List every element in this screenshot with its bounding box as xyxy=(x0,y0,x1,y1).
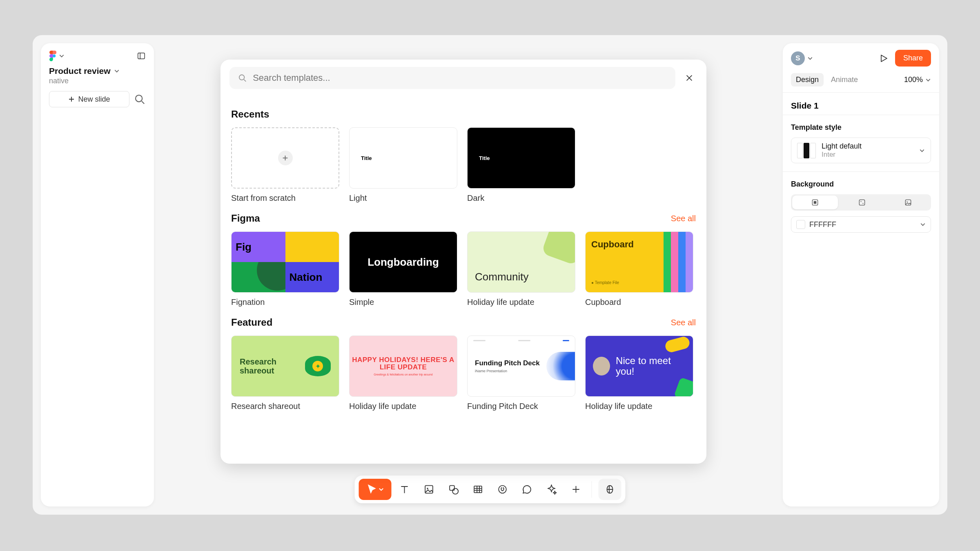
document-title-dropdown[interactable]: Product review xyxy=(41,64,154,76)
figma-logo-icon xyxy=(49,51,56,61)
search-input[interactable] xyxy=(253,73,667,83)
bg-image-option[interactable] xyxy=(885,194,931,211)
see-all-figma[interactable]: See all xyxy=(671,214,696,223)
template-light[interactable]: Title Light xyxy=(349,127,457,203)
svg-line-25 xyxy=(244,80,246,82)
see-all-featured[interactable]: See all xyxy=(671,318,696,327)
chevron-down-icon xyxy=(379,487,384,492)
template-thumbs xyxy=(797,143,816,158)
template-research-shareout[interactable]: Research shareout Research shareout xyxy=(231,335,339,411)
template-label: Holiday life update xyxy=(585,402,693,411)
chevron-down-icon xyxy=(920,222,926,227)
table-icon xyxy=(472,484,484,495)
tool-select[interactable] xyxy=(359,479,392,500)
tool-shape[interactable] xyxy=(442,479,465,500)
present-icon[interactable] xyxy=(879,53,889,63)
template-funding-pitch[interactable]: Funding Pitch DeckiName Presentation Fun… xyxy=(467,335,575,411)
bottom-toolbar xyxy=(355,475,626,503)
svg-point-23 xyxy=(503,488,503,488)
template-picker-modal: Recents + Start from scratch Title Light… xyxy=(220,60,706,464)
template-holiday-life[interactable]: Community Holiday life update xyxy=(467,231,575,307)
chevron-down-icon xyxy=(925,77,931,83)
svg-point-11 xyxy=(906,201,908,202)
tool-add[interactable] xyxy=(565,479,588,500)
sparkle-icon xyxy=(546,484,557,495)
slide-title: Slide 1 xyxy=(783,93,939,115)
template-label: Cupboard xyxy=(585,298,693,307)
chevron-down-icon xyxy=(807,56,813,61)
svg-point-15 xyxy=(452,489,458,494)
tool-table[interactable] xyxy=(467,479,490,500)
svg-rect-16 xyxy=(474,486,482,493)
search-icon[interactable] xyxy=(134,93,146,105)
tool-dev-mode[interactable] xyxy=(599,479,621,500)
tool-text[interactable] xyxy=(393,479,416,500)
left-panel: Product review native New slide xyxy=(41,43,154,507)
template-start-from-scratch[interactable]: + Start from scratch xyxy=(231,127,339,203)
template-label: Light xyxy=(349,193,457,203)
section-recents-title: Recents xyxy=(231,109,269,120)
svg-point-13 xyxy=(427,488,428,489)
plus-icon: + xyxy=(278,151,293,165)
svg-rect-14 xyxy=(450,486,454,491)
tab-animate[interactable]: Animate xyxy=(826,73,863,87)
svg-point-24 xyxy=(239,75,245,80)
tab-design[interactable]: Design xyxy=(791,73,824,87)
tool-image[interactable] xyxy=(418,479,441,500)
zoom-value: 100% xyxy=(904,76,923,84)
template-label: Holiday life update xyxy=(349,402,457,411)
close-icon xyxy=(685,73,694,82)
template-style-label: Template style xyxy=(791,123,931,132)
template-holiday-update[interactable]: HAPPY HOLIDAYS! HERE'S A LIFE UPDATEGree… xyxy=(349,335,457,411)
share-button[interactable]: Share xyxy=(895,50,931,67)
template-font: Inter xyxy=(822,151,913,159)
tool-ai[interactable] xyxy=(540,479,563,500)
document-title: Product review xyxy=(49,66,111,76)
template-label: Simple xyxy=(349,298,457,307)
gradient-fill-icon xyxy=(858,198,866,207)
zoom-dropdown[interactable]: 100% xyxy=(904,76,931,84)
template-dark[interactable]: Title Dark xyxy=(467,127,575,203)
template-search-field[interactable] xyxy=(229,67,675,89)
figma-menu[interactable] xyxy=(49,51,65,61)
bg-gradient-option[interactable] xyxy=(839,194,885,211)
color-swatch xyxy=(796,220,805,229)
shape-icon xyxy=(448,484,459,495)
template-label: Funding Pitch Deck xyxy=(467,402,575,411)
close-button[interactable] xyxy=(681,70,697,86)
template-simple[interactable]: Longboarding Simple xyxy=(349,231,457,307)
user-menu[interactable]: S xyxy=(791,51,813,65)
background-color-picker[interactable]: FFFFFF xyxy=(791,216,931,233)
new-slide-label: New slide xyxy=(78,95,110,104)
svg-rect-1 xyxy=(138,53,145,59)
plus-icon xyxy=(68,96,75,102)
template-fignation[interactable]: Fig Nation Fignation xyxy=(231,231,339,307)
chevron-down-icon xyxy=(59,53,65,59)
template-nice-to-meet[interactable]: Nice to meet you! Holiday life update xyxy=(585,335,693,411)
document-subtitle: native xyxy=(41,76,154,91)
tool-comment[interactable] xyxy=(516,479,539,500)
svg-rect-7 xyxy=(860,200,865,205)
text-icon xyxy=(399,484,410,495)
template-cupboard[interactable]: Cupboard● Template File Cupboard xyxy=(585,231,693,307)
template-label: Fignation xyxy=(231,298,339,307)
panel-toggle-icon[interactable] xyxy=(137,51,146,60)
background-label: Background xyxy=(791,180,931,189)
section-featured-title: Featured xyxy=(231,317,272,328)
svg-point-8 xyxy=(861,201,862,202)
tool-stamp[interactable] xyxy=(491,479,514,500)
toolbar-separator xyxy=(592,481,592,498)
app-canvas: Product review native New slide S Share xyxy=(33,35,947,515)
template-style-picker[interactable]: Light default Inter xyxy=(791,138,931,163)
svg-point-21 xyxy=(499,486,506,493)
background-type-toggle xyxy=(791,194,931,211)
new-slide-button[interactable]: New slide xyxy=(49,91,129,107)
image-icon xyxy=(423,484,435,495)
cursor-icon xyxy=(366,484,378,495)
bg-solid-option[interactable] xyxy=(792,196,838,209)
template-label: Dark xyxy=(467,193,575,203)
solid-fill-icon xyxy=(811,198,819,207)
image-fill-icon xyxy=(904,198,912,207)
template-label: Research shareout xyxy=(231,402,339,411)
svg-line-4 xyxy=(142,101,144,104)
